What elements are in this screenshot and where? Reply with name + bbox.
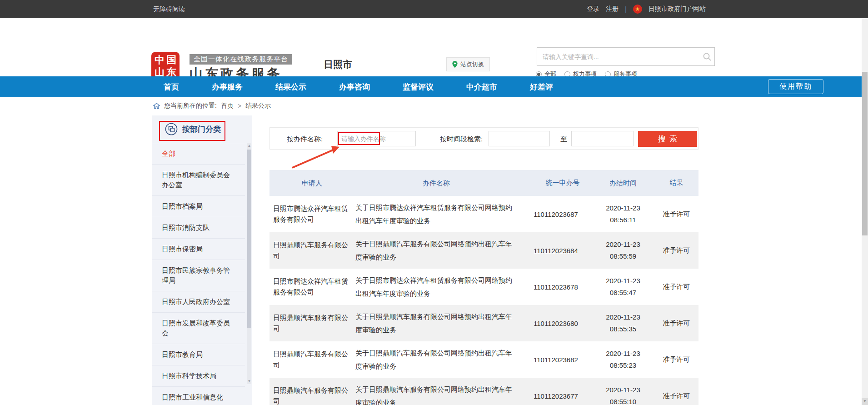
filter-bar: 按办件名称: 按时间段检索: 至 搜索 [269,127,698,150]
cell-title: 关于日照市腾达众祥汽车租赁服务有限公司网络预约出租汽车年度审验的业务 [355,274,527,300]
cell-result: 准予许可 [654,319,698,328]
portal-link[interactable]: 日照市政府门户网站 [649,5,706,13]
login-link[interactable]: 登录 [587,5,599,13]
cell-number: 110112023678 [527,283,592,291]
cell-number: 110112023687 [527,210,592,218]
sidebar-header: 按部门分类 [152,115,252,143]
nav-item-5[interactable]: 监督评议 [403,82,434,92]
nav-item-6[interactable]: 中介超市 [466,82,497,92]
date-from-input[interactable] [489,131,550,146]
sidebar-item-8[interactable]: 日照市发展和改革委员会 [152,313,245,344]
column-header-1: 申请人 [269,178,355,189]
sidebar-item-6[interactable]: 日照市民族宗教事务管理局 [152,260,245,291]
breadcrumb-prefix: 您当前所在的位置: [164,102,217,110]
table-row: 日照鼎顺汽车服务有限公司关于日照鼎顺汽车服务有限公司网络预约出租汽车年度审验的业… [269,232,698,269]
platform-tag: 全国一体化在线政务服务平台 [190,54,292,65]
case-name-input[interactable] [337,131,416,146]
keyword-search-box [537,47,715,66]
table-row: 日照市腾达众祥汽车租赁服务有限公司关于日照市腾达众祥汽车租赁服务有限公司网络预约… [269,269,698,305]
results-table: 申请人办件名称统一申办号办结时间结果 日照市腾达众祥汽车租赁服务有限公司关于日照… [269,170,698,405]
date-to-input[interactable] [571,131,634,146]
sidebar-scrollbar-thumb[interactable] [247,150,251,328]
sidebar-item-1[interactable]: 全部 [152,143,245,165]
breadcrumb: 您当前所在的位置: 首页 > 结果公示 [153,102,271,110]
column-header-5: 结果 [654,179,698,187]
page-scrollbar: ▼ [862,18,868,405]
sidebar-item-9[interactable]: 日照市教育局 [152,344,245,365]
national-emblem-icon: ★ [633,5,642,14]
accessibility-link[interactable]: 无障碍阅读 [153,0,185,18]
column-header-3: 统一申办号 [527,179,592,187]
nav-item-7[interactable]: 好差评 [530,82,553,92]
cell-result: 准予许可 [654,246,698,255]
sidebar-item-2[interactable]: 日照市机构编制委员会办公室 [152,165,245,196]
table-row: 日照市腾达众祥汽车租赁服务有限公司关于日照市腾达众祥汽车租赁服务有限公司网络预约… [269,196,698,232]
finish-date: 2020-11-23 [592,384,654,396]
page-scrollbar-thumb[interactable] [862,72,868,235]
cell-number: 110112023684 [527,247,592,255]
sidebar-scrollbar: ▲ ▼ [247,143,251,384]
city-name: 日照市 [324,58,352,71]
finish-clock: 08:55:47 [592,287,654,299]
cell-title: 关于日照鼎顺汽车服务有限公司网络预约出租汽车年度审验的业务 [355,237,527,264]
search-button[interactable]: 搜索 [638,131,697,147]
help-button[interactable]: 使用帮助 [768,79,823,94]
cell-finish-time: 2020-11-2308:55:35 [592,311,654,335]
sidebar-item-5[interactable]: 日照市保密局 [152,239,245,260]
cell-finish-time: 2020-11-2308:56:11 [592,202,654,226]
cell-number: 110112023680 [527,320,592,327]
nav-item-4[interactable]: 办事咨询 [339,82,370,92]
time-filter-label: 按时间段检索: [440,135,483,144]
page-scroll-down-icon[interactable]: ▼ [862,398,868,405]
department-category-icon [165,123,178,135]
table-header-row: 申请人办件名称统一申办号办结时间结果 [269,170,698,196]
site-switch-label: 站点切换 [460,60,484,69]
page: 无障碍阅读 登录 注册 | ★ 日照市政府门户网站 中国山东 全国一体化在线政务… [0,0,868,405]
finish-date: 2020-11-23 [592,239,654,250]
top-bar: 无障碍阅读 登录 注册 | ★ 日照市政府门户网站 [0,0,868,18]
cell-applicant: 日照鼎顺汽车服务有限公司 [269,385,355,405]
main-content: 按办件名称: 按时间段检索: 至 搜索 申请人办件名称统一申办号办结时间结果 日… [269,127,698,405]
name-filter-label: 按办件名称: [287,135,323,144]
cell-title: 关于日照鼎顺汽车服务有限公司网络预约出租汽车年度审验的业务 [355,346,527,373]
sidebar-item-10[interactable]: 日照市科学技术局 [152,365,245,387]
search-magnifier-button[interactable] [700,48,714,65]
cell-applicant: 日照市腾达众祥汽车租赁服务有限公司 [269,276,355,298]
cell-finish-time: 2020-11-2308:55:10 [592,384,654,405]
sidebar-scroll-down-icon[interactable]: ▼ [247,379,251,384]
shandong-seal-logo: 中国山东 [151,52,180,80]
table-row: 日照鼎顺汽车服务有限公司关于日照鼎顺汽车服务有限公司网络预约出租汽车年度审验的业… [269,305,698,341]
cell-title: 关于日照市腾达众祥汽车租赁服务有限公司网络预约出租汽车年度审验的业务 [355,201,527,227]
site-header: 中国山东 全国一体化在线政务服务平台 山东政务服务 日照市 站点切换 全部权力事… [0,18,868,76]
topbar-right: 登录 注册 | ★ 日照市政府门户网站 [587,0,706,18]
nav-item-2[interactable]: 办事服务 [212,82,243,92]
sidebar-item-7[interactable]: 日照市人民政府办公室 [152,291,245,313]
cell-number: 110112023677 [527,392,592,400]
register-link[interactable]: 注册 [606,5,619,13]
cell-applicant: 日照市腾达众祥汽车租赁服务有限公司 [269,203,355,225]
sidebar-item-3[interactable]: 日照市档案局 [152,196,245,217]
finish-date: 2020-11-23 [592,275,654,287]
magnifier-icon [703,52,712,61]
department-sidebar: 按部门分类 全部日照市机构编制委员会办公室日照市档案局日照市消防支队日照市保密局… [152,115,252,405]
finish-clock: 08:55:59 [592,250,654,262]
to-label: 至 [560,135,567,144]
department-list: 全部日照市机构编制委员会办公室日照市档案局日照市消防支队日照市保密局日照市民族宗… [152,143,252,405]
column-header-2: 办件名称 [355,176,527,190]
finish-date: 2020-11-23 [592,311,654,323]
sidebar-item-4[interactable]: 日照市消防支队 [152,217,245,239]
finish-clock: 08:55:35 [592,323,654,335]
cell-result: 准予许可 [654,283,698,291]
site-switch-button[interactable]: 站点切换 [446,57,490,71]
cell-finish-time: 2020-11-2308:55:23 [592,348,654,371]
breadcrumb-home-link[interactable]: 首页 [221,102,234,110]
cell-finish-time: 2020-11-2308:55:59 [592,239,654,262]
home-icon [153,103,160,109]
nav-item-1[interactable]: 首页 [164,82,179,92]
sidebar-scroll-up-icon[interactable]: ▲ [247,143,251,149]
breadcrumb-separator: > [238,102,241,110]
keyword-search-input[interactable] [537,48,700,65]
column-header-4: 办结时间 [592,177,654,189]
nav-item-3[interactable]: 结果公示 [275,82,306,92]
sidebar-item-11[interactable]: 日照市工业和信息化 [152,387,245,405]
